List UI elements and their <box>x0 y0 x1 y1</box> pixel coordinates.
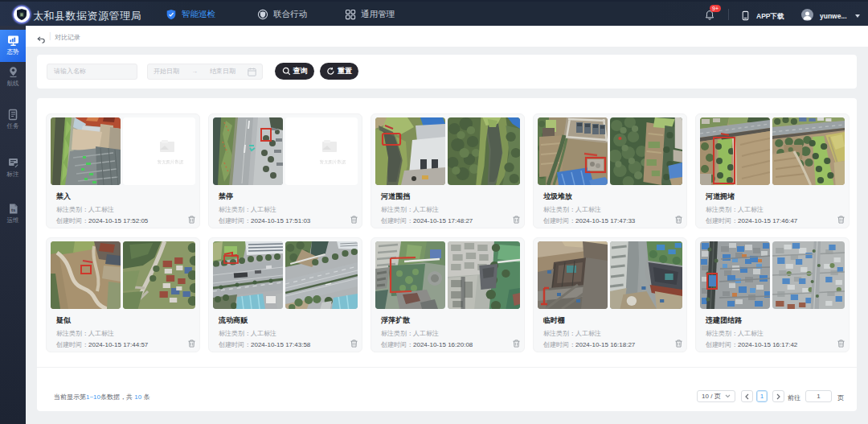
svg-text:ts: ts <box>11 208 16 212</box>
